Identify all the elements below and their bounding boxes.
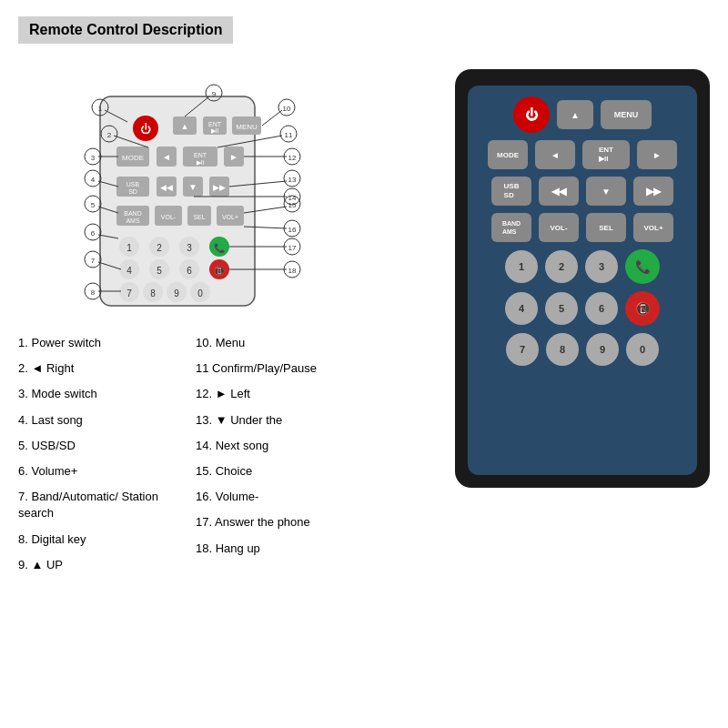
svg-text:7: 7	[126, 288, 132, 298]
svg-text:BAND: BAND	[124, 210, 141, 217]
num-5-button[interactable]: 5	[545, 292, 578, 325]
desc-item-2: 2. ◄ Right	[18, 360, 187, 377]
svg-text:▲: ▲	[181, 122, 189, 131]
remote-control-photo: ⏻ ▲ MENU MODE ◄ ENT▶II ► USBSD ◀◀ ▼ ▶▶	[455, 69, 710, 488]
svg-text:USB: USB	[126, 181, 140, 187]
desc-item-8: 8. Digital key	[18, 531, 187, 548]
svg-text:3: 3	[187, 243, 192, 253]
desc-item-3: 3. Mode switch	[18, 386, 187, 402]
desc-item-18: 18. Hang up	[196, 541, 364, 557]
hangup-button[interactable]: 📵	[625, 291, 660, 326]
svg-text:5: 5	[91, 201, 96, 209]
desc-item-16: 16. Volume-	[196, 489, 364, 505]
svg-text:9: 9	[212, 90, 217, 98]
num-3-button[interactable]: 3	[585, 250, 618, 283]
desc-item-4: 4. Last song	[18, 412, 187, 429]
up-button[interactable]: ▲	[557, 100, 593, 129]
svg-text:4: 4	[126, 266, 132, 276]
svg-text:📞: 📞	[214, 242, 226, 254]
left-section: ⏻ ▲ ENT ▶II MENU MODE ◄ ENT	[18, 60, 446, 582]
num-9-button[interactable]: 9	[586, 333, 619, 366]
svg-text:MODE: MODE	[122, 154, 144, 162]
svg-text:3: 3	[91, 154, 96, 162]
ent-play-button[interactable]: ENT▶II	[582, 140, 630, 169]
menu-button[interactable]: MENU	[601, 100, 652, 129]
btn-row-1: ⏻ ▲ MENU	[477, 96, 688, 133]
btn-row-4: BANDAMS VOL- SEL VOL+	[477, 213, 688, 242]
power-button[interactable]: ⏻	[513, 96, 550, 133]
svg-line-88	[262, 110, 282, 126]
desc-item-10: 10. Menu	[196, 335, 364, 351]
band-button[interactable]: BANDAMS	[491, 213, 531, 242]
page-title: Remote Control Description	[18, 16, 233, 44]
svg-text:2: 2	[157, 243, 162, 253]
btn-row-7: 7 8 9 0	[477, 333, 688, 366]
desc-item-12: 12. ► Left	[196, 386, 364, 402]
svg-text:1: 1	[98, 105, 103, 113]
svg-text:▶II: ▶II	[211, 127, 219, 134]
desc-col-right: 10. Menu 11 Confirm/Play/Pause 12. ► Lef…	[196, 335, 364, 582]
svg-text:▼: ▼	[188, 182, 197, 192]
desc-col-left: 1. Power switch 2. ◄ Right 3. Mode switc…	[18, 335, 187, 582]
btn-row-2: MODE ◄ ENT▶II ►	[477, 140, 688, 169]
next-button[interactable]: ▶▶	[633, 177, 673, 206]
svg-text:1: 1	[126, 243, 132, 253]
desc-item-15: 15. Choice	[196, 463, 364, 480]
num-0-button[interactable]: 0	[626, 333, 659, 366]
svg-text:12: 12	[288, 154, 297, 162]
svg-text:0: 0	[197, 288, 203, 298]
svg-text:ENT: ENT	[208, 121, 222, 127]
num-8-button[interactable]: 8	[546, 333, 579, 366]
svg-text:8: 8	[91, 288, 96, 297]
page-wrapper: Remote Control Description ⏻ ▲ ENT ▶II	[0, 0, 728, 728]
num-2-button[interactable]: 2	[545, 250, 578, 283]
svg-text:VOL-: VOL-	[161, 214, 177, 220]
svg-text:11: 11	[285, 131, 293, 139]
usb-sd-button[interactable]: USBSD	[491, 177, 531, 206]
svg-text:2: 2	[107, 131, 112, 139]
svg-text:15: 15	[288, 201, 297, 209]
svg-text:16: 16	[288, 226, 297, 234]
svg-text:13: 13	[288, 176, 297, 184]
svg-text:8: 8	[150, 288, 156, 298]
svg-text:5: 5	[157, 266, 162, 276]
prev-button[interactable]: ◀◀	[539, 177, 579, 206]
svg-text:📵: 📵	[214, 265, 226, 277]
svg-text:►: ►	[229, 152, 238, 162]
remote-diagram-svg: ⏻ ▲ ENT ▶II MENU MODE ◄ ENT	[18, 60, 364, 324]
num-4-button[interactable]: 4	[505, 292, 538, 325]
svg-text:AMS: AMS	[126, 217, 140, 224]
main-row: ⏻ ▲ ENT ▶II MENU MODE ◄ ENT	[18, 60, 710, 582]
desc-item-7: 7. Band/Automatic/ Station search	[18, 489, 187, 521]
desc-item-17: 17. Answer the phone	[196, 514, 364, 531]
svg-text:VOL+: VOL+	[222, 214, 238, 220]
answer-button[interactable]: 📞	[625, 249, 660, 284]
num-6-button[interactable]: 6	[585, 292, 618, 325]
remote-inner: ⏻ ▲ MENU MODE ◄ ENT▶II ► USBSD ◀◀ ▼ ▶▶	[468, 86, 697, 475]
desc-item-5: 5. USB/SD	[18, 438, 187, 454]
num-1-button[interactable]: 1	[505, 250, 538, 283]
svg-text:◄: ◄	[162, 152, 171, 162]
down-button[interactable]: ▼	[586, 177, 626, 206]
vol-plus-button[interactable]: VOL+	[633, 213, 673, 242]
sel-button[interactable]: SEL	[586, 213, 626, 242]
svg-text:ENT: ENT	[194, 152, 207, 158]
desc-item-6: 6. Volume+	[18, 463, 187, 480]
btn-row-5: 1 2 3 📞	[477, 249, 688, 284]
svg-text:SD: SD	[128, 188, 137, 195]
svg-text:SEL: SEL	[193, 214, 205, 220]
svg-text:6: 6	[187, 266, 192, 276]
svg-text:10: 10	[283, 105, 291, 113]
left-arrow-button[interactable]: ◄	[535, 140, 575, 169]
diagram-area: ⏻ ▲ ENT ▶II MENU MODE ◄ ENT	[18, 60, 364, 324]
desc-item-11: 11 Confirm/Play/Pause	[196, 360, 364, 377]
right-arrow-button[interactable]: ►	[637, 140, 677, 169]
num-7-button[interactable]: 7	[506, 333, 539, 366]
vol-minus-button[interactable]: VOL-	[539, 213, 579, 242]
desc-item-13: 13. ▼ Under the	[196, 412, 364, 429]
desc-item-14: 14. Next song	[196, 438, 364, 454]
svg-text:MENU: MENU	[236, 123, 258, 131]
svg-text:9: 9	[174, 288, 179, 298]
btn-row-6: 4 5 6 📵	[477, 291, 688, 326]
mode-button[interactable]: MODE	[488, 140, 528, 169]
